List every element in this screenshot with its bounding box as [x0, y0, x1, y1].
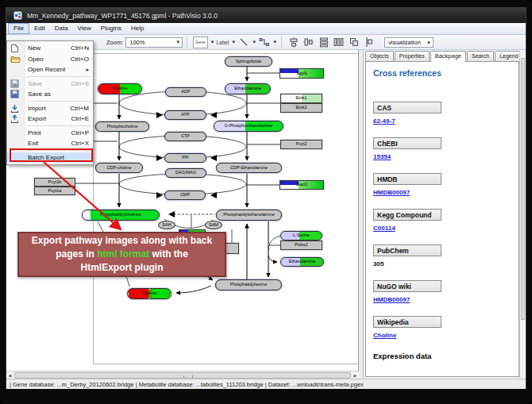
node-label: CTP [181, 134, 190, 139]
common-size-button[interactable] [348, 37, 360, 48]
selection-handle[interactable] [148, 288, 152, 290]
save-icon [10, 79, 21, 88]
menu-item-label: Save as [28, 90, 51, 98]
selection-handle[interactable] [169, 292, 172, 296]
pathway-node-sah[interactable]: SAH [158, 221, 175, 229]
backpage-panel[interactable]: Cross references CAS62-49-7ChEBI15354HMD… [365, 61, 519, 377]
tab-objects[interactable]: Objects [365, 51, 394, 62]
pathway-node-ethanolamine[interactable]: Ethanolamine [225, 83, 271, 94]
node-label: SAM [209, 223, 218, 228]
file-menu-item-import[interactable]: ImportCtrl+M [7, 103, 93, 114]
menu-item-view[interactable]: View [73, 23, 96, 34]
crossref-link[interactable]: HMDB00097 [373, 296, 519, 306]
file-menu-item-save-as[interactable]: Save as [7, 89, 93, 100]
pathway-node-phosphatidylserine[interactable]: Phosphatidylserine [215, 279, 282, 290]
menu-shortcut: Ctrl+P [71, 129, 89, 137]
connector-tool-button[interactable] [258, 37, 270, 48]
menu-item-data[interactable]: Data [50, 23, 73, 34]
pathway-node-pcyt1b[interactable]: Pcyt1b [34, 178, 75, 187]
tab-backpage[interactable]: Backpage [430, 51, 466, 62]
crossref-link[interactable]: 15354 [373, 153, 519, 164]
label-dropdown-arrow[interactable]: ▼ [231, 40, 236, 44]
tab-properties[interactable]: Properties [395, 51, 430, 62]
pathway-node-phosphocholine[interactable]: Phosphocholine [95, 121, 149, 132]
file-menu-item-new[interactable]: NewCtrl+N [7, 43, 93, 54]
align-middle-button[interactable] [303, 37, 314, 48]
crossref-link[interactable]: HMDB00097 [373, 189, 519, 199]
distribute-vertical-button[interactable] [318, 37, 330, 48]
pathway-node-adp[interactable]: ADP [165, 87, 206, 97]
pathway-node-ctp[interactable]: CTP [164, 132, 206, 141]
line-dropdown-arrow[interactable]: ▼ [252, 40, 256, 44]
node-label: PPi [182, 156, 189, 160]
pathway-node-cdp-choline[interactable]: CDP-choline [95, 163, 143, 173]
node-label: Ptdss2 [295, 243, 308, 248]
menu-item-help[interactable]: Help [126, 23, 148, 34]
canvas-horizontal-scrollbar[interactable]: ◀ ▶ [6, 371, 359, 379]
pathway-node-atp[interactable]: ATP [164, 110, 206, 120]
connector-dropdown-arrow[interactable]: ▼ [272, 40, 277, 44]
menu-item-file[interactable]: File [8, 23, 29, 34]
file-menu-item-open[interactable]: OpenCtrl+O [7, 54, 93, 65]
selection-handle[interactable] [127, 292, 129, 296]
pathway-node-choline[interactable]: Choline [127, 288, 172, 299]
distribute-horizontal-button[interactable] [333, 37, 345, 48]
pathway-node-sphingolipids[interactable]: Sphingolipids [225, 56, 272, 67]
line-tool-button[interactable] [237, 37, 249, 48]
scrollbar-thumb[interactable] [14, 372, 351, 379]
crossref-link[interactable]: C00114 [373, 225, 519, 235]
scroll-left-arrow-icon[interactable]: ◀ [6, 372, 13, 379]
pathway-node-cmp[interactable]: CMP [164, 190, 206, 200]
pathway-node-cept1[interactable]: Cept1 [279, 180, 324, 190]
node-label: Phosphocholine [106, 125, 137, 129]
scroll-right-arrow-icon[interactable]: ▶ [352, 372, 359, 379]
tab-search[interactable]: Search [467, 51, 494, 62]
pathway-node-pcyt2[interactable]: Pcyt2 [280, 140, 322, 149]
node-label: CDP-Ethanolamine [230, 166, 268, 171]
crossref-link[interactable]: 62-49-7 [373, 117, 519, 128]
pathway-node[interactable] [225, 243, 239, 254]
pathway-node-l-serine[interactable]: L-Serine [280, 231, 322, 240]
datanode-dropdown-arrow[interactable]: ▼ [210, 40, 215, 44]
pathway-node-cdp-ethanolamine[interactable]: CDP-Ethanolamine [216, 163, 282, 173]
pathway-node-choline[interactable]: Choline [98, 83, 142, 94]
zoom-combobox[interactable]: 100% ▼ [125, 37, 183, 48]
add-datanode-button[interactable]: Gene [193, 37, 207, 48]
pathway-node-phosphatidylcholines[interactable]: Phosphatidylcholines [82, 210, 160, 221]
add-label-button[interactable]: Label [216, 37, 229, 48]
panel-vertical-scrollbar[interactable] [519, 50, 526, 379]
visualization-value: visualization [388, 39, 421, 46]
pathway-node-sgpl1[interactable]: Sgpl1 [279, 68, 324, 79]
visualization-combobox[interactable]: visualization ▼ [384, 37, 434, 48]
submenu-arrow-icon: ▸ [86, 67, 89, 73]
crossref-source-header: Wikipedia [373, 316, 441, 328]
pathway-node-phosphatidylethanolamine[interactable]: Phosphatidylethanolamine [216, 210, 282, 221]
status-text: | Gene database: ...m_Derby_20120602.bri… [10, 381, 364, 388]
title-bar[interactable]: Mm_Kennedy_pathway_WP1771_45176.gpml - P… [6, 8, 526, 23]
align-center-button[interactable] [287, 37, 299, 48]
crossref-section-wikipedia: WikipediaCholine [373, 316, 519, 342]
file-menu-item-exit[interactable]: ExitCtrl+X [7, 138, 93, 149]
scrollbar-thumb[interactable] [521, 58, 525, 320]
toolbar-separator [281, 37, 282, 48]
selection-handle[interactable] [148, 297, 152, 299]
file-menu-item-export[interactable]: ExportCtrl+E [7, 114, 93, 125]
pathway-node-pcyt1a[interactable]: Pcyt1a [34, 187, 75, 195]
file-menu-item-save[interactable]: SaveCtrl+S [7, 79, 93, 90]
menu-item-plugins[interactable]: Plugins [96, 23, 126, 34]
pathway-node-ptdss2[interactable]: Ptdss2 [280, 240, 322, 250]
pathway-node-etnk2[interactable]: Etnk2 [280, 103, 322, 113]
pathway-node-sam[interactable]: SAM [205, 221, 222, 229]
align-edge-button[interactable] [363, 37, 375, 48]
pathway-node-dag-mag[interactable]: DAG/MAG [165, 168, 206, 178]
pathway-node-o-phosphoethanolamine[interactable]: O-Phosphoethanolamine [214, 121, 283, 132]
pathway-node-ppi[interactable]: PPi [164, 153, 206, 163]
file-menu-item-print[interactable]: PrintCtrl+P [7, 128, 93, 139]
file-menu-item-open-recent[interactable]: Open Recent▸ [7, 64, 93, 75]
menu-item-edit[interactable]: Edit [29, 23, 50, 34]
crossref-link[interactable]: Choline [373, 332, 519, 342]
pathway-node-etnk1[interactable]: Etnk1 [280, 94, 322, 103]
pathway-node-ethanolamine[interactable]: Ethanolamine [280, 257, 324, 267]
file-menu-item-batch-export[interactable]: Batch Export [7, 152, 93, 164]
crossref-section-pubchem: PubChem305 [373, 244, 519, 271]
